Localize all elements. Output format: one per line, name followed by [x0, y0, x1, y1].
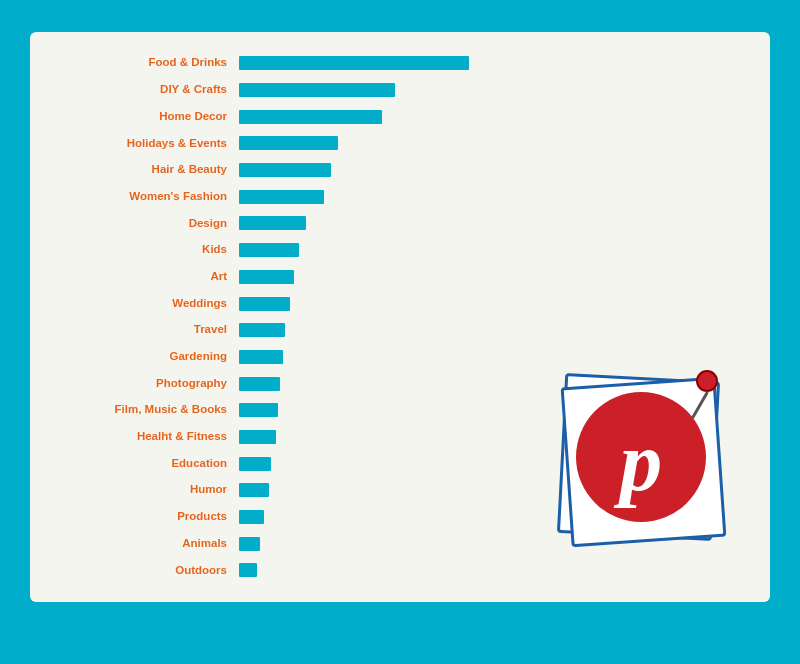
category-label: Home Decor: [40, 110, 227, 124]
bar: [239, 83, 395, 97]
bar: [239, 323, 285, 337]
bar-row: [239, 134, 750, 152]
bar-row: [239, 268, 750, 286]
bar: [239, 483, 269, 497]
bar-row: [239, 321, 750, 339]
bar: [239, 56, 469, 70]
category-label: Animals: [40, 537, 227, 551]
bar-row: [239, 81, 750, 99]
bar: [239, 190, 324, 204]
labels-column: Food & DrinksDIY & CraftsHome DecorHolid…: [40, 50, 235, 584]
bar: [239, 430, 276, 444]
bar: [239, 457, 271, 471]
category-label: Design: [40, 217, 227, 231]
category-label: Humor: [40, 483, 227, 497]
category-label: Women's Fashion: [40, 190, 227, 204]
bar: [239, 297, 290, 311]
category-label: Weddings: [40, 297, 227, 311]
bar-row: [239, 54, 750, 72]
category-label: Healht & Fitness: [40, 430, 227, 444]
category-label: Film, Music & Books: [40, 403, 227, 417]
bar: [239, 510, 264, 524]
bar: [239, 110, 382, 124]
category-label: Education: [40, 457, 227, 471]
bar: [239, 270, 294, 284]
bar: [239, 163, 331, 177]
bar-row: [239, 214, 750, 232]
category-label: Travel: [40, 323, 227, 337]
category-label: Food & Drinks: [40, 56, 227, 70]
category-label: Products: [40, 510, 227, 524]
bar: [239, 403, 278, 417]
category-label: Holidays & Events: [40, 137, 227, 151]
bar: [239, 350, 283, 364]
bar-row: [239, 241, 750, 259]
bar: [239, 563, 257, 577]
bar: [239, 537, 260, 551]
bar: [239, 377, 280, 391]
category-label: Outdoors: [40, 564, 227, 578]
bar: [239, 136, 338, 150]
bar: [239, 243, 299, 257]
main-container: Food & DrinksDIY & CraftsHome DecorHolid…: [20, 22, 780, 642]
bar-row: [239, 108, 750, 126]
category-label: Kids: [40, 243, 227, 257]
bar: [239, 216, 306, 230]
bar-row: [239, 561, 750, 579]
category-label: DIY & Crafts: [40, 83, 227, 97]
bar-row: [239, 161, 750, 179]
category-label: Gardening: [40, 350, 227, 364]
category-label: Photography: [40, 377, 227, 391]
category-label: Hair & Beauty: [40, 163, 227, 177]
bar-row: [239, 188, 750, 206]
bar-row: [239, 295, 750, 313]
category-label: Art: [40, 270, 227, 284]
pinterest-logo: p: [546, 362, 746, 562]
chart-card: Food & DrinksDIY & CraftsHome DecorHolid…: [30, 32, 770, 602]
